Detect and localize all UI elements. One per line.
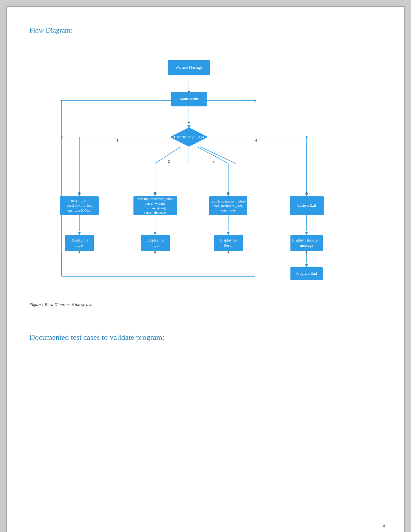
- display-thank-box: Display Thank you message: [290, 235, 323, 251]
- svg-marker-14: [153, 232, 157, 235]
- page-number: 4: [383, 523, 385, 528]
- svg-point-38: [254, 100, 256, 102]
- welcome-box: Welcme Message: [168, 60, 210, 75]
- user-input2-box: User Input:receiver_name, parcel_weight,…: [133, 196, 177, 215]
- svg-point-48: [154, 251, 156, 253]
- svg-point-50: [306, 251, 308, 253]
- svg-point-47: [79, 251, 80, 253]
- svg-text:1: 1: [116, 138, 119, 143]
- flowchart-diagram: 1 2 3 4 Welcme Message Main Menu User ch…: [29, 44, 382, 296]
- flow-diagram-title: Flow Diagram:: [29, 26, 382, 34]
- svg-marker-6: [78, 193, 81, 196]
- svg-point-44: [154, 192, 156, 193]
- svg-point-37: [61, 100, 63, 102]
- user-input1-box: user input: cost100kmorles, costover100k…: [60, 196, 99, 215]
- program-end-box: Program End: [290, 267, 323, 280]
- svg-marker-36: [227, 193, 230, 196]
- system-exit-box: System Exit: [290, 196, 324, 215]
- svg-point-40: [306, 136, 308, 138]
- display-input2-box: Display the input: [141, 235, 170, 251]
- figure-caption: Figure 1 Flow Diagram of the system: [29, 302, 382, 307]
- svg-marker-16: [227, 232, 230, 235]
- svg-point-39: [61, 136, 63, 138]
- svg-line-10: [200, 147, 236, 163]
- svg-point-45: [228, 192, 229, 193]
- svg-point-42: [188, 122, 190, 123]
- svg-marker-9: [305, 193, 308, 196]
- page: Flow Diagram:: [6, 6, 405, 532]
- svg-point-46: [306, 192, 308, 193]
- svg-marker-20: [305, 264, 308, 267]
- svg-marker-18: [305, 232, 308, 235]
- svg-point-49: [228, 251, 229, 253]
- flowchart-lines: 1 2 3 4: [29, 44, 382, 296]
- display-result-box: Display the Result: [214, 235, 243, 251]
- svg-text:3: 3: [212, 159, 215, 164]
- svg-text:2: 2: [168, 159, 170, 164]
- svg-point-43: [79, 192, 80, 193]
- svg-text:4: 4: [255, 138, 257, 143]
- svg-marker-33: [153, 193, 157, 196]
- calculate-box: calculate: transportation-cost, Insuranc…: [209, 196, 247, 215]
- section2-title: Documented test cases to validate progra…: [29, 333, 382, 342]
- main-menu-box: Main Menu: [171, 92, 207, 106]
- display-input1-box: Display the input: [65, 235, 94, 251]
- svg-marker-12: [78, 232, 81, 235]
